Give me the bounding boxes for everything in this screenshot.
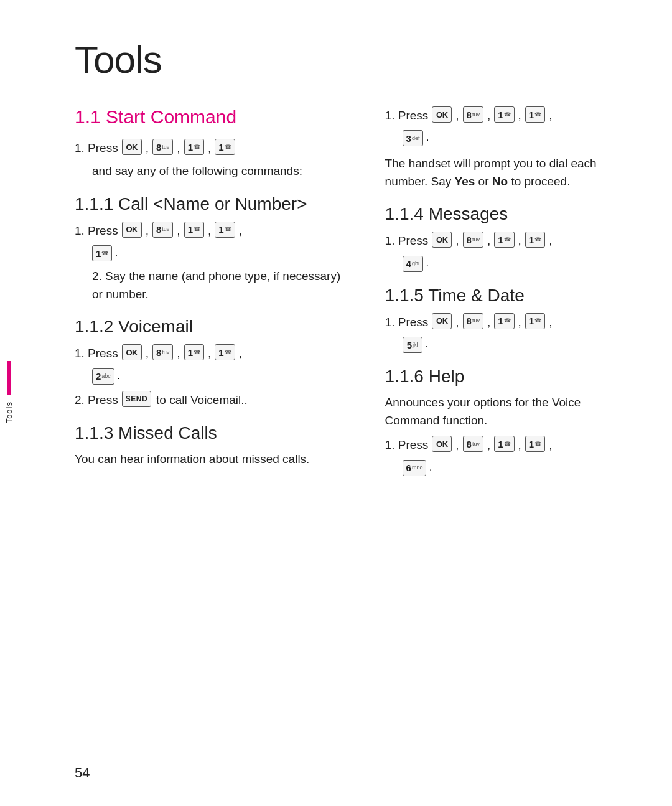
right-para1: The handset will prompt you to dial each…: [385, 155, 622, 190]
key-1a-111: 1☎: [184, 222, 204, 238]
key-1b-111: 1☎: [215, 222, 235, 238]
key-1b-r1: 1☎: [525, 106, 545, 123]
side-tab-bar: [7, 361, 11, 395]
key-1a-112: 1☎: [184, 344, 204, 360]
page-number: 54: [75, 765, 90, 781]
key-send-112: SEND: [122, 391, 151, 407]
key-8tuv-111: 8tuv: [152, 222, 173, 238]
key-4ghi-114: 4ghi: [403, 256, 423, 272]
key-1b-115: 1☎: [525, 313, 545, 329]
key-ok-114: OK: [432, 232, 452, 248]
key-1c-111: 1☎: [92, 245, 112, 261]
right-column: 1. Press OK , 8tuv , 1☎ , 1☎ , 3def . Th…: [373, 106, 622, 485]
key-8tuv: 8tuv: [152, 139, 173, 155]
subsection-title-1-1-6: 1.1.6 Help: [385, 367, 622, 387]
page: Tools Tools 1.1 Start Command 1. Press O…: [0, 0, 672, 806]
key-8tuv-112: 8tuv: [152, 344, 173, 360]
key-1a-r1: 1☎: [494, 106, 514, 123]
key-1b-114: 1☎: [525, 232, 545, 248]
subsection-title-1-1-4: 1.1.4 Messages: [385, 204, 622, 224]
sub5-step1: 1. Press OK , 8tuv , 1☎ , 1☎ ,: [385, 313, 622, 332]
subsection-title-1-1-5: 1.1.5 Time & Date: [385, 286, 622, 306]
subsection-title-1-1-2: 1.1.2 Voicemail: [75, 317, 348, 337]
subsection-title-1-1-1: 1.1.1 Call <Name or Number>: [75, 194, 348, 214]
side-tab-label: Tools: [4, 401, 14, 423]
key-8tuv-114: 8tuv: [463, 232, 483, 248]
key-1a-115: 1☎: [494, 313, 514, 329]
key-ok-115: OK: [432, 313, 452, 329]
sub2-step1: 1. Press OK , 8tuv , 1☎ , 1☎ ,: [75, 344, 348, 363]
page-divider: [75, 762, 174, 763]
key-3def-r1: 3def: [403, 130, 424, 146]
key-1aa: 1☎: [184, 139, 204, 155]
sub1-step1: 1. Press OK , 8tuv , 1☎ , 1☎ ,: [75, 222, 348, 240]
key-8tuv-116: 8tuv: [463, 436, 483, 452]
key-1a-116: 1☎: [494, 436, 514, 452]
sub6-step1: 1. Press OK , 8tuv , 1☎ , 1☎ ,: [385, 436, 622, 454]
key-ok-116: OK: [432, 436, 452, 452]
key-1b-116: 1☎: [525, 436, 545, 452]
step-1-prefix: 1. Press: [75, 139, 118, 157]
key-ok: OK: [122, 139, 142, 155]
key-5jkl-115: 5jkl: [403, 337, 422, 353]
page-title: Tools: [75, 37, 622, 82]
key-8tuv-r1: 8tuv: [463, 106, 483, 123]
step-1-text: and say any of the following commands:: [75, 162, 348, 180]
sub4-step1: 1. Press OK , 8tuv , 1☎ , 1☎ ,: [385, 232, 622, 250]
key-1b-112: 1☎: [215, 344, 235, 360]
key-6mno-116: 6mno: [403, 460, 427, 476]
sub6-text1: Announces your options for the Voice Com…: [385, 394, 622, 429]
key-ok-112: OK: [122, 344, 142, 360]
key-1a-114: 1☎: [494, 232, 514, 248]
key-ok-111: OK: [122, 222, 142, 238]
left-column: 1.1 Start Command 1. Press OK , 8tuv , 1…: [75, 106, 373, 485]
sub3-text1: You can hear information about missed ca…: [75, 451, 348, 469]
key-2abc-112: 2abc: [92, 368, 114, 385]
key-1ab: 1☎: [215, 139, 235, 155]
right-step1: 1. Press OK , 8tuv , 1☎ , 1☎ ,: [385, 106, 622, 125]
sub2-step2: 2. Press SEND to call Voicemail..: [75, 391, 348, 410]
sub1-step2: 2. Say the name (and phone type, if nece…: [75, 268, 348, 303]
key-8tuv-115: 8tuv: [463, 313, 483, 329]
side-tab: Tools: [0, 361, 17, 423]
key-ok-r1: OK: [432, 106, 452, 123]
step-1-start-command: 1. Press OK , 8tuv , 1☎ , 1☎: [75, 139, 348, 157]
section-title-1-1: 1.1 Start Command: [75, 106, 348, 128]
subsection-title-1-1-3: 1.1.3 Missed Calls: [75, 423, 348, 443]
